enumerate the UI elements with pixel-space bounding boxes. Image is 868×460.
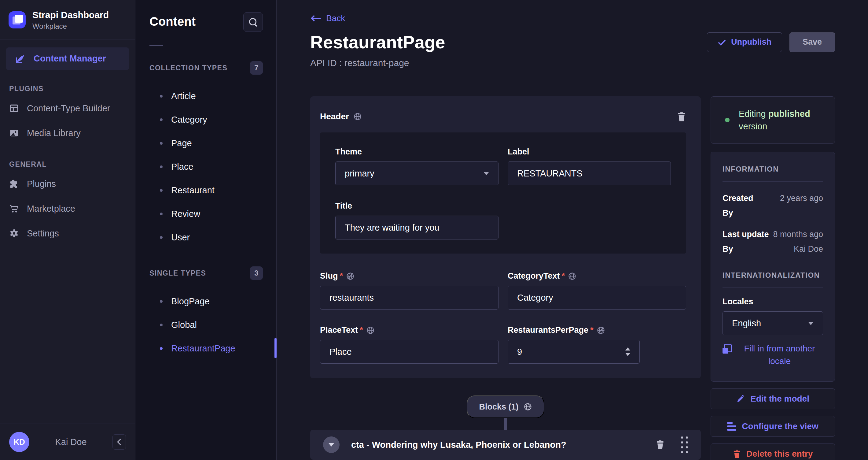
- api-id: API ID : restaurant-page: [310, 58, 835, 68]
- cart-icon: [9, 204, 19, 213]
- number-stepper[interactable]: [625, 347, 630, 356]
- puzzle-icon: [9, 179, 19, 189]
- label-input[interactable]: RESTAURANTS: [508, 162, 671, 185]
- save-button[interactable]: Save: [789, 32, 835, 52]
- pencil-icon: [736, 395, 745, 403]
- updated-by-value: Kai Doe: [794, 245, 823, 254]
- subnav-item-category[interactable]: Category: [150, 109, 263, 131]
- sidebar-item-content-manager[interactable]: Content Manager: [6, 48, 129, 70]
- sidebar-item-marketplace[interactable]: Marketplace: [0, 196, 135, 221]
- published-dot-icon: [725, 118, 730, 122]
- chevron-left-icon: [117, 438, 122, 446]
- edit-model-button[interactable]: Edit the model: [711, 389, 835, 409]
- created-value: 2 years ago: [780, 194, 823, 203]
- check-icon: [718, 38, 726, 46]
- user-name: Kai Doe: [35, 437, 106, 447]
- subnav-item-restaurantpage[interactable]: RestaurantPage: [150, 337, 263, 360]
- bullet-icon: [160, 142, 163, 145]
- subnav-item-place[interactable]: Place: [150, 156, 263, 178]
- gear-icon: [9, 228, 19, 238]
- back-link[interactable]: Back: [310, 13, 345, 23]
- main-sidebar: Strapi Dashboard Workplace Content Manag…: [0, 0, 135, 460]
- categorytext-input[interactable]: Category: [508, 286, 686, 310]
- main-content: Back RestaurantPage Unpublish Save API I…: [277, 0, 868, 460]
- locale-select[interactable]: English: [722, 311, 823, 335]
- subnav-item-label: Restaurant: [171, 185, 215, 196]
- restaurantsperpage-input[interactable]: 9: [508, 340, 640, 364]
- sidebar-item-label: Media Library: [27, 128, 81, 138]
- edit-model-label: Edit the model: [750, 394, 809, 404]
- sidebar-item-settings[interactable]: Settings: [0, 221, 135, 246]
- back-label: Back: [326, 13, 345, 23]
- divider: [0, 39, 135, 39]
- subnav-item-article[interactable]: Article: [150, 85, 263, 107]
- subnav-item-review[interactable]: Review: [150, 203, 263, 225]
- theme-select[interactable]: primary: [335, 162, 498, 185]
- unpublish-button[interactable]: Unpublish: [707, 32, 782, 52]
- subnav-item-label: BlogPage: [171, 296, 210, 307]
- slug-input[interactable]: restaurants: [320, 286, 498, 310]
- expand-block-button[interactable]: [323, 436, 340, 453]
- sidebar-item-plugins[interactable]: Plugins: [0, 172, 135, 196]
- delete-entry-button[interactable]: Delete this entry: [711, 443, 835, 460]
- subnav-item-label: Global: [171, 320, 197, 330]
- title-value: They are waiting for you: [345, 223, 439, 233]
- bullet-icon: [160, 95, 163, 97]
- locale-value: English: [732, 318, 761, 328]
- delete-block-trash-icon[interactable]: [656, 440, 664, 449]
- sidebar-item-label: Marketplace: [27, 204, 75, 214]
- nav-section-plugins: PLUGINS: [0, 85, 135, 93]
- trash-icon: [733, 450, 741, 458]
- locales-label: Locales: [722, 297, 823, 307]
- subnav-item-restaurant[interactable]: Restaurant: [150, 179, 263, 202]
- sidebar-item-content-type-builder[interactable]: Content-Type Builder: [0, 96, 135, 121]
- sidebar-item-media-library[interactable]: Media Library: [0, 121, 135, 146]
- list-settings-icon: [727, 422, 736, 431]
- slug-label: Slug: [320, 271, 338, 281]
- page-title: RestaurantPage: [310, 32, 445, 52]
- chevron-down-icon: [808, 322, 814, 325]
- globe-icon: [353, 112, 362, 121]
- subnav-item-user[interactable]: User: [150, 226, 263, 249]
- subnav-item-blogpage[interactable]: BlogPage: [150, 290, 263, 313]
- search-icon: [249, 18, 257, 26]
- avatar[interactable]: KD: [9, 432, 29, 452]
- configure-view-label: Configure the view: [742, 422, 818, 431]
- title-input[interactable]: They are waiting for you: [335, 215, 498, 239]
- subnav-item-label: Category: [171, 115, 207, 125]
- i18n-heading: INTERNATIONALIZATION: [722, 271, 823, 280]
- status-text: Editing published version: [739, 108, 818, 133]
- globe-icon: [568, 272, 577, 281]
- divider: [722, 181, 823, 182]
- placetext-input[interactable]: Place: [320, 340, 498, 364]
- subnav-item-label: Review: [171, 209, 200, 219]
- bullet-icon: [160, 212, 163, 215]
- app-title: Strapi Dashboard: [32, 9, 109, 21]
- configure-view-button[interactable]: Configure the view: [711, 416, 835, 437]
- bullet-icon: [160, 300, 163, 303]
- entry-form-card: Header Theme: [310, 96, 701, 378]
- required-mark: *: [590, 325, 593, 335]
- drag-handle-icon[interactable]: [681, 436, 688, 453]
- subnav-item-page[interactable]: Page: [150, 132, 263, 154]
- sidebar-item-label: Settings: [27, 228, 59, 238]
- search-button[interactable]: [243, 12, 263, 32]
- delete-entry-label: Delete this entry: [746, 449, 813, 459]
- workspace-brand[interactable]: Strapi Dashboard Workplace: [0, 0, 135, 39]
- label-label: Label: [508, 147, 529, 156]
- workspace-label: Workplace: [32, 22, 109, 31]
- collection-types-count-badge: 7: [250, 61, 263, 75]
- block-item-cta: cta - Wondering why Lusaka, Phoenix or L…: [310, 430, 701, 460]
- blocks-section-button[interactable]: Blocks (1): [467, 396, 544, 418]
- collapse-sidebar-button[interactable]: [113, 434, 126, 450]
- delete-component-trash-icon[interactable]: [677, 112, 686, 121]
- required-mark: *: [340, 271, 343, 281]
- bullet-icon: [160, 347, 163, 350]
- bullet-icon: [160, 118, 163, 121]
- single-types-list: BlogPage Global RestaurantPage: [150, 290, 263, 360]
- information-panel: INFORMATION Created2 years ago By Last u…: [711, 152, 835, 382]
- subnav-item-global[interactable]: Global: [150, 314, 263, 336]
- subnav-title: Content: [150, 15, 196, 28]
- fill-from-locale-link[interactable]: Fill in from another locale: [736, 343, 823, 367]
- active-indicator: [275, 338, 277, 358]
